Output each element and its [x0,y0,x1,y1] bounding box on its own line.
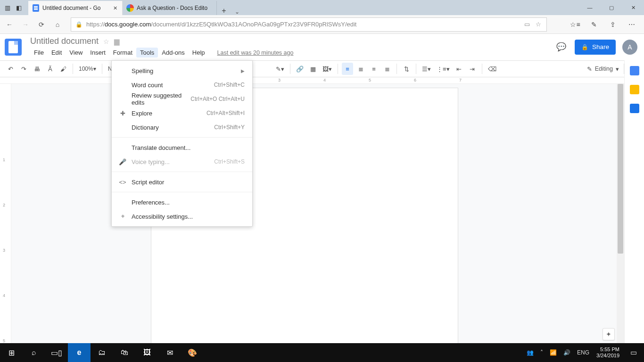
tab-docs-help[interactable]: Ask a Question - Docs Edito [123,1,217,15]
share-icon[interactable]: ⇪ [607,19,619,30]
horizontal-ruler[interactable]: 1234567 [0,77,644,84]
photos-icon[interactable]: 🖼 [136,343,158,362]
menu-view[interactable]: View [66,48,86,58]
reader-view-icon[interactable]: ▭ [523,21,531,28]
bulleted-list-icon[interactable]: ⋮≡▾ [435,63,452,75]
close-tab-icon[interactable]: ✕ [112,5,118,11]
close-window-button[interactable]: ✕ [622,0,644,15]
vertical-scrollbar[interactable] [617,84,624,343]
scrollbar-thumb[interactable] [618,84,623,254]
redo-icon[interactable]: ↷ [18,63,29,75]
vertical-ruler[interactable]: 123456 [0,84,11,343]
menu-tools[interactable]: Tools [136,48,158,58]
tools-menu-item[interactable]: Review suggested editsCtrl+Alt+O Ctrl+Al… [112,92,252,106]
menu-help[interactable]: Help [189,48,209,58]
menu-file[interactable]: File [30,48,48,58]
back-button[interactable]: ← [4,19,15,30]
star-icon[interactable]: ☆ [103,38,109,45]
menu-addons[interactable]: Add-ons [158,48,188,58]
new-tab-button[interactable]: + [217,7,231,15]
align-center-icon[interactable]: ≣ [355,63,366,75]
mail-icon[interactable]: ✉ [158,343,181,362]
refresh-button[interactable]: ⟳ [36,19,47,30]
tools-menu-item[interactable]: Word countCtrl+Shift+C [112,78,252,92]
language-indicator[interactable]: ENG [574,343,593,362]
zoom-select[interactable]: 100% ▾ [77,63,98,75]
explore-fab-icon[interactable]: ✦ [603,328,615,340]
wifi-icon[interactable]: 📶 [546,343,560,362]
task-view-icon[interactable]: ▭▯ [45,343,68,362]
menu-shortcut: Ctrl+Shift+C [214,82,245,88]
numbered-list-icon[interactable]: ☰▾ [420,63,433,75]
people-icon[interactable]: 👥 [523,343,537,362]
highlight-color-icon[interactable]: ✎▾ [274,63,286,75]
tab-google-docs[interactable]: Untitled document - Go ✕ [28,1,123,15]
app-icon[interactable]: 🎨 [181,343,204,362]
tools-menu-item[interactable]: ✚ExploreCtrl+Alt+Shift+I [112,106,252,120]
folder-icon[interactable]: ▆ [114,37,120,46]
calendar-addon-icon[interactable] [630,66,639,75]
insert-link-icon[interactable]: 🔗 [294,63,305,75]
menu-format[interactable]: Format [109,48,136,58]
increase-indent-icon[interactable]: ⇥ [467,63,478,75]
account-avatar[interactable]: A [622,40,637,55]
tab-aside-add-icon[interactable]: ◧ [14,3,24,12]
tools-menu-item[interactable]: DictionaryCtrl+Shift+Y [112,120,252,134]
insert-comment-icon[interactable]: ▦ [307,63,319,75]
comments-icon[interactable]: 💬 [555,41,568,54]
tools-menu-item[interactable]: Spelling▶ [112,64,252,78]
align-right-icon[interactable]: ≡ [368,63,380,75]
maximize-button[interactable]: ▢ [601,0,622,15]
menu-shortcut: Ctrl+Alt+O Ctrl+Alt+U [190,96,245,102]
tools-menu-item[interactable]: <>Script editor [112,175,252,189]
search-icon[interactable]: ⌕ [23,343,45,362]
tasks-addon-icon[interactable] [630,104,639,113]
menu-separator [112,192,252,192]
align-left-icon[interactable]: ≡ [342,63,353,75]
keep-addon-icon[interactable] [630,85,639,94]
ruler-tick: 4 [323,78,326,82]
line-spacing-icon[interactable]: ⇅ [401,63,412,75]
file-explorer-icon[interactable]: 🗂 [91,343,113,362]
menu-insert[interactable]: Insert [86,48,109,58]
editing-mode-button[interactable]: ✎ Editing ▾ [587,66,619,73]
tools-menu-item[interactable]: Preferences... [112,195,252,209]
more-icon[interactable]: ⋯ [626,19,637,30]
menu-edit[interactable]: Edit [48,48,66,58]
forward-button[interactable]: → [20,19,31,30]
minimize-button[interactable]: — [579,0,601,15]
favorite-star-icon[interactable]: ☆ [534,21,543,28]
notes-icon[interactable]: ✎ [588,19,600,30]
tab-list-chevron-icon[interactable]: ⌄ [231,8,243,15]
share-button[interactable]: 🔒 Share [575,40,616,55]
menu-item-label: Preferences... [132,199,245,206]
clear-formatting-icon[interactable]: ⌫ [486,63,498,75]
action-center-icon[interactable]: ▭ [623,348,644,357]
print-icon[interactable]: 🖶 [31,63,42,75]
last-edit-link[interactable]: Last edit was 20 minutes ago [217,49,294,56]
volume-icon[interactable]: 🔊 [560,343,574,362]
tab-aside-icon[interactable]: ▥ [3,3,12,12]
decrease-indent-icon[interactable]: ⇤ [454,63,465,75]
document-title[interactable]: Untitled document [30,36,99,46]
home-button[interactable]: ⌂ [52,19,63,30]
undo-icon[interactable]: ↶ [5,63,16,75]
titlebar-left-icons: ▥ ◧ [0,0,26,15]
clock-time: 5:55 PM [600,346,619,353]
address-bar[interactable]: 🔒 https://docs.google.com/document/d/1kz… [71,17,547,32]
edge-taskbar-icon[interactable]: e [68,343,91,362]
favorites-icon[interactable]: ☆≡ [570,19,581,30]
navbar-right: ☆≡ ✎ ⇪ ⋯ [570,19,637,30]
tools-menu-item[interactable]: Translate document... [112,140,252,155]
spellcheck-icon[interactable]: Ӑ [44,63,56,75]
tools-menu-item[interactable]: ⌖Accessibility settings... [112,209,252,223]
taskbar-clock[interactable]: 5:55 PM 3/24/2019 [593,346,623,359]
align-justify-icon[interactable]: ≣ [381,63,393,75]
browser-navbar: ← → ⟳ ⌂ 🔒 https://docs.google.com/docume… [0,15,644,34]
store-icon[interactable]: 🛍 [113,343,136,362]
insert-image-icon[interactable]: 🖼▾ [321,63,334,75]
start-button[interactable]: ⊞ [0,343,23,362]
paint-format-icon[interactable]: 🖌 [58,63,69,75]
docs-logo-icon[interactable] [5,39,22,56]
tray-chevron-icon[interactable]: ˄ [537,343,546,362]
